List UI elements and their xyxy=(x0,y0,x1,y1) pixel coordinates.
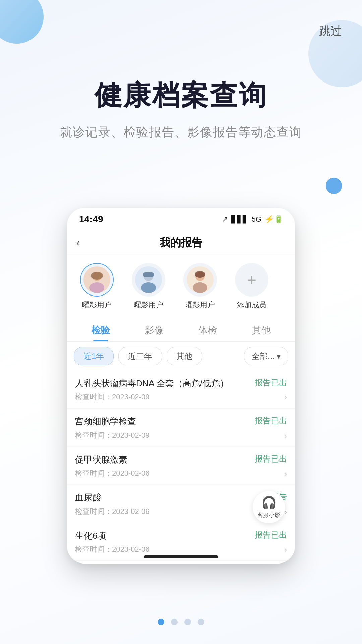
navigation-bar: ‹ 我的报告 xyxy=(67,231,295,255)
report-status-3: 报告已出 xyxy=(255,453,287,464)
filter-3year[interactable]: 近三年 xyxy=(118,347,162,365)
svg-point-2 xyxy=(89,282,104,293)
report-name-5: 生化6项 xyxy=(75,530,255,542)
avatar-female1-icon xyxy=(83,266,110,293)
report-name-4: 血尿酸 xyxy=(75,491,271,503)
report-time-2: 检查时间：2023-02-09 xyxy=(75,430,287,440)
user-avatar-item-2[interactable]: 曜影用户 xyxy=(125,263,172,310)
skip-button[interactable]: 跳过 xyxy=(319,23,342,39)
tab-jianyan[interactable]: 检验 xyxy=(74,318,127,341)
add-member-item[interactable]: + 添加成员 xyxy=(229,263,275,310)
user-avatar-row: 曜影用户 曜影用户 xyxy=(67,255,295,318)
chevron-right-icon-5: › xyxy=(284,545,287,554)
avatar-label-2: 曜影用户 xyxy=(134,300,163,310)
report-time-5: 检查时间：2023-02-06 xyxy=(75,544,287,554)
avatar-circle-2 xyxy=(132,263,165,297)
report-tab-bar: 检验 影像 体检 其他 xyxy=(67,318,295,342)
report-name-2: 宫颈细胞学检查 xyxy=(75,415,255,427)
avatar-male-icon xyxy=(135,266,162,293)
report-name-3: 促甲状腺激素 xyxy=(75,453,255,466)
avatar-female2-icon xyxy=(187,266,214,293)
add-member-label: 添加成员 xyxy=(237,300,266,310)
page-main-title: 健康档案查询 xyxy=(0,77,362,114)
report-list: 人乳头状瘤病毒DNA 全套（高危/低危） 报告已出 检查时间：2023-02-0… xyxy=(67,371,295,564)
network-label: 5G xyxy=(252,215,261,224)
chevron-right-icon-3: › xyxy=(284,469,287,478)
page-sub-title: 就诊记录、检验报告、影像报告等动态查询 xyxy=(0,124,362,141)
status-icons: ↗ ▋▋▋ 5G ⚡🔋 xyxy=(222,215,283,224)
add-member-circle: + xyxy=(235,263,268,297)
report-status-1: 报告已出 xyxy=(255,377,287,388)
svg-point-10 xyxy=(193,282,207,293)
navigation-icon: ↗ xyxy=(222,215,228,224)
tab-yingxiang[interactable]: 影像 xyxy=(127,318,181,341)
report-status-2: 报告已出 xyxy=(255,415,287,426)
report-time-1: 检查时间：2023-02-09 xyxy=(75,392,287,402)
pagination-dot-2[interactable] xyxy=(171,619,178,625)
status-time: 14:49 xyxy=(79,214,103,225)
avatar-label-1: 曜影用户 xyxy=(82,300,112,310)
signal-icon: ▋▋▋ xyxy=(231,215,248,224)
report-name-1: 人乳头状瘤病毒DNA 全套（高危/低危） xyxy=(75,377,255,389)
chevron-right-icon-2: › xyxy=(284,431,287,440)
pagination-dot-4[interactable] xyxy=(198,619,204,625)
report-item-3[interactable]: 促甲状腺激素 报告已出 检查时间：2023-02-06 › xyxy=(67,447,295,485)
user-avatar-item-3[interactable]: 曜影用户 xyxy=(177,263,223,310)
screen-title: 我的报告 xyxy=(160,235,202,250)
svg-point-11 xyxy=(195,271,205,278)
battery-icon: ⚡🔋 xyxy=(265,215,283,224)
chevron-right-icon-1: › xyxy=(284,393,287,402)
report-item-5[interactable]: 生化6项 报告已出 检查时间：2023-02-06 › xyxy=(67,523,295,561)
report-status-5: 报告已出 xyxy=(255,530,287,540)
headset-icon: 🎧 xyxy=(261,496,277,510)
report-item-2[interactable]: 宫颈细胞学检查 报告已出 检查时间：2023-02-09 › xyxy=(67,409,295,446)
svg-point-6 xyxy=(141,282,156,293)
filter-1year[interactable]: 近1年 xyxy=(74,347,114,365)
status-bar: 14:49 ↗ ▋▋▋ 5G ⚡🔋 xyxy=(67,208,295,231)
back-button[interactable]: ‹ xyxy=(76,237,79,248)
avatar-circle-3 xyxy=(183,263,217,297)
home-bar xyxy=(144,555,218,558)
customer-service-button[interactable]: 🎧 客服小影 xyxy=(253,491,285,523)
phone-mockup: 14:49 ↗ ▋▋▋ 5G ⚡🔋 ‹ 我的报告 曜影用户 xyxy=(67,208,295,564)
pagination-dots xyxy=(0,619,362,625)
decorative-blob-mid-right xyxy=(326,178,342,194)
report-item-6[interactable]: 肝功能10项 报告已出 xyxy=(67,561,295,564)
user-avatar-item-1[interactable]: 曜影用户 xyxy=(74,263,120,310)
cs-label: 客服小影 xyxy=(257,511,280,519)
svg-point-3 xyxy=(91,272,103,280)
avatar-circle-1 xyxy=(80,263,114,297)
filter-all-dropdown[interactable]: 全部... ▾ xyxy=(244,347,288,365)
svg-rect-7 xyxy=(143,272,154,277)
filter-all-label: 全部... xyxy=(252,351,275,362)
filter-other[interactable]: 其他 xyxy=(167,347,202,365)
report-item-1[interactable]: 人乳头状瘤病毒DNA 全套（高危/低危） 报告已出 检查时间：2023-02-0… xyxy=(67,371,295,409)
pagination-dot-1[interactable] xyxy=(158,619,164,625)
hero-section: 健康档案查询 就诊记录、检验报告、影像报告等动态查询 xyxy=(0,77,362,141)
chevron-down-icon: ▾ xyxy=(277,352,281,361)
report-time-3: 检查时间：2023-02-06 xyxy=(75,468,287,478)
tab-qita[interactable]: 其他 xyxy=(235,318,288,341)
decorative-blob-top-left xyxy=(0,0,44,44)
tab-tijian[interactable]: 体检 xyxy=(181,318,235,341)
filter-row: 近1年 近三年 其他 全部... ▾ xyxy=(67,342,295,371)
pagination-dot-3[interactable] xyxy=(184,619,191,625)
avatar-label-3: 曜影用户 xyxy=(185,300,215,310)
